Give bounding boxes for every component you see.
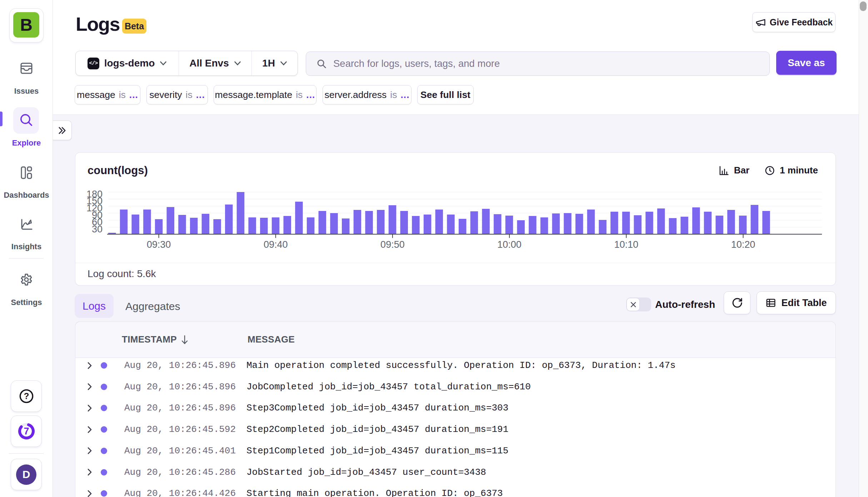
svg-text:?: ? bbox=[24, 391, 29, 401]
svg-text:7: 7 bbox=[24, 426, 29, 437]
svg-text:30: 30 bbox=[92, 224, 103, 235]
svg-text:09:30: 09:30 bbox=[147, 239, 171, 250]
svg-text:10:20: 10:20 bbox=[731, 239, 755, 250]
svg-text:09:40: 09:40 bbox=[264, 239, 288, 250]
svg-text:10:00: 10:00 bbox=[497, 239, 522, 250]
svg-text:10:10: 10:10 bbox=[614, 239, 639, 250]
svg-text:09:50: 09:50 bbox=[380, 239, 405, 250]
